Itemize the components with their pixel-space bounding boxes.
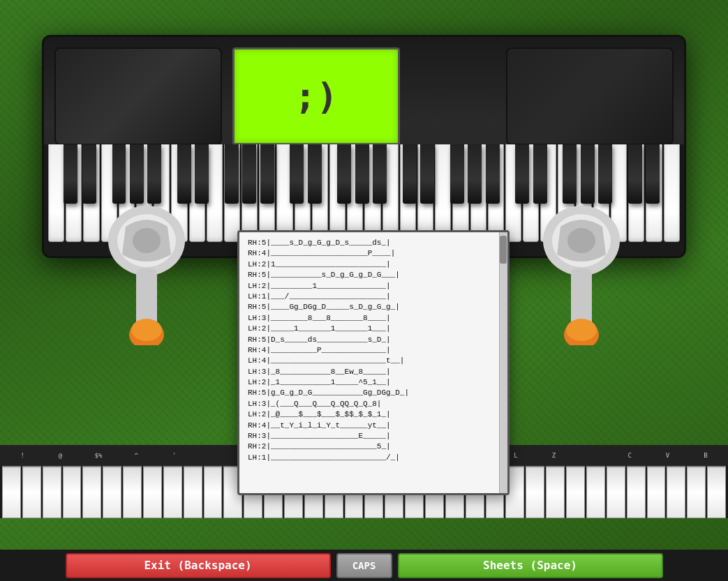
black-key[interactable] [308,144,322,204]
bottom-white-key[interactable] [546,466,565,518]
sheet-line: LH:1|_________________________/_| [248,453,499,463]
bottom-white-key[interactable] [63,466,82,518]
symbol-key-z[interactable]: Z [535,452,572,459]
sheet-panel: RH:5|____s_D_g_G_g_D_s_____ds_|RH:4|____… [237,230,510,495]
black-key[interactable] [420,144,434,204]
symbol-key-b[interactable]: B [687,452,725,459]
black-key[interactable] [290,144,304,204]
black-key[interactable] [147,144,161,204]
sheet-line: RH:5|___________s_D_g_G_g_D_G___| [248,270,499,280]
sheet-line: RH:3|___________________E_____| [248,431,499,442]
robot-left [91,206,202,345]
sheet-line: RH:5|____s_D_g_G_g_D_s_____ds_| [248,238,499,248]
sheet-content: RH:5|____s_D_g_G_g_D_s_____ds_|RH:4|____… [239,232,507,493]
svg-point-5 [131,319,162,341]
symbol-key-c[interactable]: C [611,452,648,459]
black-key[interactable] [646,144,660,204]
sheet-line: LH:3|________8___8_______8____| [248,313,499,324]
caps-button[interactable]: CAPS [336,553,392,578]
bottom-white-key[interactable] [566,466,585,518]
wrench-left-icon [91,206,202,345]
sheets-button[interactable]: Sheets (Space) [398,553,663,578]
sheet-line: LH:3|_8___________8__Ew_8_____| [248,367,499,377]
black-key[interactable] [450,144,464,204]
bottom-white-key[interactable] [204,466,223,518]
sheet-line: RH:2|_______________________5_| [248,442,499,452]
piano-left-panel [54,47,222,145]
black-key[interactable] [195,144,209,204]
sheet-line: RH:5|D_s_____ds___________s_D_| [248,335,499,345]
bottom-white-key[interactable] [22,466,41,518]
bottom-white-key[interactable] [667,466,685,518]
sheet-scrollbar-thumb[interactable] [500,236,507,264]
black-key[interactable] [515,144,529,204]
sheet-line: LH:4|_________________________t__| [248,356,499,366]
sheet-line: LH:3|_(___Q___Q___Q_QQ_Q_Q_8| [248,399,499,409]
bottom-white-key[interactable] [163,466,182,518]
sheet-line: LH:2|1________________________| [248,259,499,270]
black-key[interactable] [112,144,126,204]
piano-right-panel [506,47,674,145]
black-key[interactable] [130,144,144,204]
white-key[interactable] [664,144,680,242]
bottom-buttons: Exit (Backspace) CAPS Sheets (Space) [0,550,728,581]
sheet-line: LH:2|_________1_______________| [248,281,499,292]
bottom-white-key[interactable] [82,466,101,518]
bottom-white-key[interactable] [607,466,625,518]
bottom-white-key[interactable] [627,466,646,518]
black-key[interactable] [337,144,351,204]
wrench-right-icon [526,206,637,345]
bottom-white-key[interactable] [143,466,162,518]
black-key[interactable] [563,144,577,204]
bottom-white-key[interactable] [184,466,202,518]
exit-button[interactable]: Exit (Backspace) [66,553,331,578]
black-key[interactable] [403,144,417,204]
black-key[interactable] [82,144,96,204]
black-key[interactable] [628,144,642,204]
bottom-white-key[interactable] [526,466,544,518]
sheet-line: LH:2|_1___________1_____^5_1__| [248,377,499,388]
black-key[interactable] [533,144,547,204]
black-key[interactable] [373,144,387,204]
bottom-white-key[interactable] [707,466,726,518]
svg-point-11 [566,319,597,341]
bottom-white-key[interactable] [43,466,61,518]
black-key[interactable] [242,144,256,204]
black-key[interactable] [225,144,239,204]
white-key[interactable] [207,144,223,242]
piano-display: ;) [232,47,400,145]
bottom-white-key[interactable] [586,466,605,518]
black-key[interactable] [355,144,369,204]
bottom-white-key[interactable] [687,466,706,518]
sheet-line: RH:5|____Gg_DGg_D_____s_D_g_G_g_| [248,302,499,312]
bottom-white-key[interactable] [123,466,142,518]
sheet-line: RH:4|__t_Y_i_l_i_Y_t______yt__| [248,421,499,431]
sheet-line: RH:4|__________P______________| [248,345,499,356]
sheet-line: RH:5|g_G_g_D_G___________Gg_DGg_D_| [248,388,499,398]
sheet-line: RH:4|_____________________P____| [248,248,499,259]
sheet-line: LH:2|_@____$___$___$_$$_$_$_1_| [248,409,499,420]
black-key[interactable] [468,144,482,204]
symbol-key-tick[interactable]: ' [156,452,193,459]
white-key[interactable] [48,144,64,242]
black-key[interactable] [64,144,77,204]
robot-right [526,206,637,345]
sheet-line: LH:1|___/_____________________| [248,292,499,302]
bottom-white-key[interactable] [103,466,121,518]
black-key[interactable] [177,144,191,204]
bottom-white-key[interactable] [647,466,666,518]
bottom-white-key[interactable] [2,466,21,518]
black-key[interactable] [598,144,612,204]
sheet-line: LH:2|_____1_______1_______1___| [248,324,499,334]
symbol-key-caret[interactable]: ^ [117,452,155,459]
symbol-key-bang[interactable]: ! [3,452,41,459]
symbol-key-dollar[interactable]: $% [80,452,117,459]
black-key[interactable] [581,144,595,204]
white-key[interactable] [435,144,451,242]
symbol-key-v[interactable]: V [648,452,686,459]
black-key[interactable] [486,144,500,204]
sheet-scrollbar[interactable] [499,232,507,493]
svg-point-8 [567,228,595,253]
symbol-key-at[interactable]: @ [41,452,79,459]
black-key[interactable] [260,144,274,204]
